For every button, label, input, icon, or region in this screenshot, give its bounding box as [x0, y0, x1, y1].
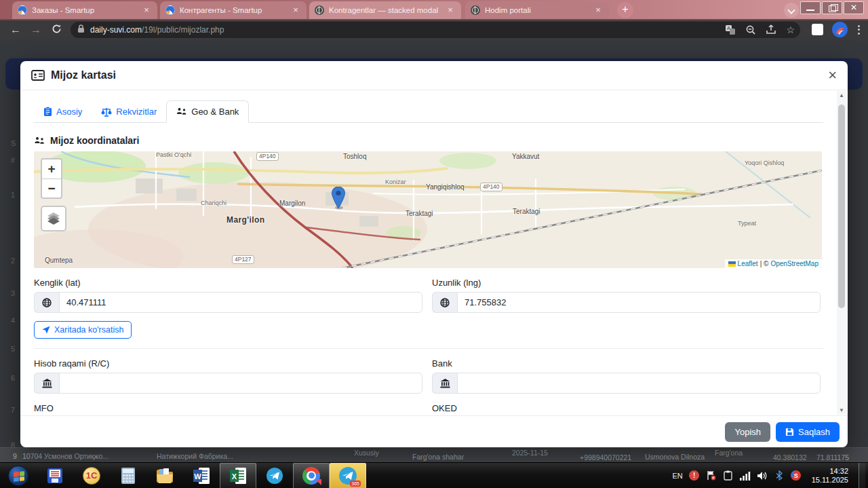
map-attribution: Leaflet | © OpenStreetMap — [725, 259, 822, 268]
map-marker-icon[interactable] — [332, 187, 345, 212]
people-map-icon — [176, 107, 187, 116]
oked-label: OKED — [432, 403, 821, 413]
share-icon[interactable] — [766, 24, 776, 35]
minimize-button[interactable] — [800, 1, 821, 14]
floppy-disk-icon — [46, 467, 64, 485]
browser-toolbar: ← → daily-suvi.com/19l/public/mijozlar.p… — [0, 19, 868, 41]
bg-cell: 2025-11-15 — [512, 449, 548, 457]
globe-icon — [432, 292, 457, 313]
taskbar-explorer-app[interactable] — [146, 463, 183, 488]
lng-label: Uzunlik (lng) — [432, 278, 821, 288]
restore-button[interactable] — [822, 1, 842, 14]
translate-icon[interactable]: A — [725, 24, 736, 35]
scroll-up-arrow-icon[interactable]: ▲ — [837, 91, 846, 100]
profile-avatar[interactable] — [832, 22, 848, 37]
taskbar-calculator-app[interactable] — [110, 463, 146, 488]
tab-close-icon[interactable]: × — [593, 5, 604, 16]
browser-tab-3-active[interactable]: Kontragentlar — stacked modal ( × — [309, 1, 461, 19]
osm-link[interactable]: OpenStreetMap — [770, 260, 818, 267]
network-signal-icon[interactable] — [740, 470, 751, 481]
show-desktop-button[interactable] — [859, 463, 865, 488]
word-icon: W — [193, 467, 210, 485]
scrollbar-thumb[interactable] — [838, 105, 845, 308]
map-layers-button[interactable] — [41, 206, 66, 231]
action-center-flag-icon[interactable] — [706, 470, 717, 481]
reload-button[interactable] — [46, 24, 66, 37]
people-map-icon — [34, 136, 45, 145]
tab-close-icon[interactable]: × — [445, 5, 456, 16]
chrome-badge-icon — [315, 478, 322, 486]
tab-label: Asosiy — [56, 107, 82, 117]
zoom-out-button[interactable]: − — [42, 179, 61, 198]
lng-input[interactable] — [457, 292, 821, 313]
browser-tab-4[interactable]: Hodim portali × — [465, 1, 609, 19]
browser-menu-icon[interactable] — [856, 24, 861, 36]
window-close-button[interactable]: ✕ — [844, 1, 864, 14]
taskbar-clock[interactable]: 14:32 15.11.2025 — [812, 467, 848, 485]
map-place-label: Teraktagi — [513, 208, 540, 215]
modal-scrollbar[interactable]: ▲ ▼ — [837, 91, 846, 415]
taskbar-word-app[interactable]: W — [183, 463, 220, 488]
browser-tab-2[interactable]: Контрагенты - Smartup × — [160, 1, 307, 19]
new-tab-button[interactable]: + — [617, 2, 633, 18]
tab-search-chevron-icon[interactable] — [784, 3, 799, 18]
lat-input[interactable] — [59, 292, 422, 313]
forward-button[interactable]: → — [26, 24, 46, 36]
leaflet-link[interactable]: Leaflet — [738, 260, 758, 267]
back-button[interactable]: ← — [5, 24, 26, 36]
modal-footer: Yopish Saqlash — [20, 415, 848, 447]
bank-label: Bank — [432, 358, 821, 369]
globe-favicon — [315, 5, 324, 15]
bookmark-star-icon[interactable]: ☆ — [786, 24, 795, 35]
scroll-down-arrow-icon[interactable]: ▼ — [837, 406, 846, 415]
leaflet-map[interactable]: Pastki O'qchi Toshloq Yakkavut Yoqori Qi… — [34, 151, 822, 268]
alert-tray-icon[interactable]: ! — [689, 470, 700, 481]
smartup-favicon — [165, 5, 175, 15]
browser-tab-1[interactable]: Заказы - Smartup × — [12, 1, 157, 19]
bank-icon — [432, 373, 457, 394]
svg-text:X: X — [232, 472, 237, 480]
taskbar-telegram365-app-active[interactable]: 365 — [330, 463, 366, 488]
close-button[interactable]: Yopish — [725, 422, 770, 442]
address-bar[interactable]: daily-suvi.com/19l/public/mijozlar.php A… — [71, 22, 800, 38]
url-path: /19l/public/mijozlar.php — [142, 25, 224, 35]
bg-cell: 71.811175 — [816, 453, 849, 462]
bg-row-number: 2 — [11, 257, 15, 265]
taskbar-1c-app[interactable]: 1С — [73, 463, 110, 488]
tab-asosiy[interactable]: Asosiy — [34, 101, 92, 122]
tab-close-icon[interactable]: × — [290, 5, 301, 16]
zoom-in-button[interactable]: + — [42, 159, 61, 179]
clock-time: 14:32 — [812, 467, 848, 476]
tray-app-icon[interactable]: S — [791, 470, 802, 481]
tab-close-icon[interactable]: × — [141, 5, 152, 16]
account-input[interactable] — [59, 373, 422, 394]
taskbar-floppy-app[interactable] — [37, 463, 73, 488]
map-place-label: Teraktagi — [406, 210, 433, 217]
start-button[interactable] — [0, 463, 37, 488]
zoom-minus-icon[interactable] — [745, 24, 756, 35]
bg-col-label: # — [11, 156, 15, 164]
language-indicator[interactable]: EN — [672, 472, 682, 480]
tab-label: Geo & Bank — [191, 107, 239, 117]
bank-input[interactable] — [457, 373, 821, 394]
modal-close-icon[interactable]: × — [828, 69, 837, 82]
bluetooth-icon[interactable] — [774, 470, 785, 481]
account-label: Hisob raqami (R/C) — [34, 358, 422, 369]
tab-geo-bank-active[interactable]: Geo & Bank — [166, 100, 249, 123]
extension-icon[interactable] — [812, 24, 823, 35]
map-road-badge: 4P127 — [232, 255, 254, 264]
save-button[interactable]: Saqlash — [776, 422, 840, 442]
clipboard-tray-icon[interactable] — [723, 470, 734, 481]
save-label: Saqlash — [798, 427, 830, 437]
volume-icon[interactable] — [757, 470, 768, 481]
map-place-label: Qumtepa — [45, 257, 73, 264]
map-city-label: Marg'ilon — [226, 215, 264, 225]
bg-cell: Натижкорий Фабрика... — [157, 452, 233, 460]
show-on-map-button[interactable]: Xaritada ko'rsatish — [34, 321, 132, 339]
lock-icon — [77, 24, 85, 36]
taskbar-excel-app-active[interactable]: X — [220, 463, 256, 488]
tab-rekvizitlar[interactable]: Rekvizitlar — [92, 101, 166, 122]
taskbar-telegram-app[interactable] — [256, 463, 293, 488]
taskbar-chrome-app-active[interactable] — [293, 463, 330, 488]
screen: Заказы - Smartup × Контрагенты - Smartup… — [0, 0, 868, 488]
